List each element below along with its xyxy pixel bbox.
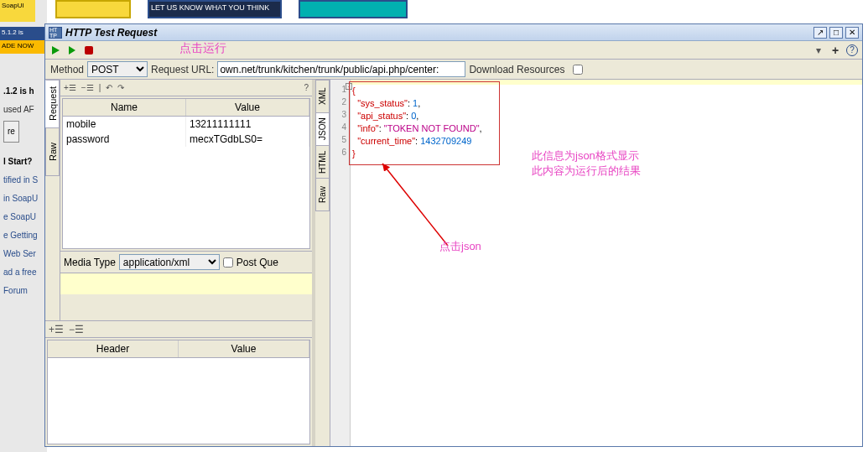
params-table[interactable]: Name Value mobile 13211111111 password m… — [62, 98, 310, 249]
top-thumbnails: LET US KNOW WHAT YOU THINK — [47, 0, 868, 22]
run-new-button[interactable] — [65, 44, 79, 57]
side-link[interactable]: in SoapU — [3, 190, 44, 208]
annotation-click-json: 点击json — [439, 239, 481, 254]
play-icon — [52, 46, 60, 55]
remove-header-button[interactable]: −☰ — [69, 324, 84, 335]
method-select[interactable]: POST — [87, 61, 148, 77]
thumbnail — [55, 0, 131, 18]
col-value-header: Value — [186, 99, 309, 116]
redo-button[interactable]: ↷ — [117, 83, 124, 92]
media-type-select[interactable]: application/xml — [119, 254, 220, 270]
start-heading: l Start? — [3, 153, 44, 171]
table-row[interactable]: password mecxTGdbLS0= — [63, 132, 309, 147]
help-icon: ? — [846, 44, 858, 56]
param-name: mobile — [63, 117, 186, 132]
main-toolbar: 点击运行 ▾ + ? — [45, 41, 862, 60]
thumbnail — [299, 0, 408, 18]
params-toolbar: +☰ −☰ | ↶ ↷ ? — [60, 80, 312, 96]
filter-button[interactable]: ▾ — [812, 44, 825, 57]
tab-json[interactable]: JSON — [315, 112, 330, 146]
body-editor[interactable] — [60, 273, 312, 294]
annotation-run: 点击运行 — [179, 41, 226, 56]
dialog-title: HTTP Test Request — [65, 27, 813, 39]
help-icon: ? — [304, 83, 309, 92]
method-label: Method — [50, 64, 84, 75]
download-resources-checkbox[interactable] — [573, 65, 583, 75]
download-label: Download Resources — [469, 64, 564, 75]
page-background: SoapUI 5.1.2 is ADE NOW .1.2 is h used A… — [0, 0, 47, 452]
media-type-row: Media Type application/xml Post Que — [60, 251, 312, 273]
tab-html[interactable]: HTML — [315, 145, 330, 179]
post-query-label: Post Que — [236, 257, 278, 268]
http-icon: HT TP — [49, 27, 62, 39]
json-code: { "sys_status": 1, "api_status": 0, "inf… — [352, 85, 482, 160]
url-bar: Method POST Request URL: Download Resour… — [45, 60, 862, 80]
table-row[interactable]: mobile 13211111111 — [63, 117, 309, 132]
request-url-input[interactable] — [217, 61, 465, 77]
fold-icon[interactable]: - — [346, 83, 352, 90]
headers-panel: +☰ −☰ Header Value — [45, 320, 312, 446]
response-panel: XML JSON HTML Raw 1 2 3 4 5 6 - { "s — [315, 80, 862, 446]
side-link[interactable]: e SoapU — [3, 208, 44, 226]
side-heading: .1.2 is h — [3, 82, 44, 101]
line-gutter: 1 2 3 4 5 6 — [330, 80, 351, 446]
stop-icon — [85, 46, 93, 55]
tab-raw-response[interactable]: Raw — [315, 178, 330, 211]
soapui-logo: SoapUI — [0, 0, 35, 22]
title-bar[interactable]: HT TP HTTP Test Request ↗ □ ✕ — [45, 24, 862, 41]
side-link[interactable]: ad a free — [3, 263, 44, 282]
undo-button[interactable]: ↶ — [106, 83, 112, 92]
annotation-info: 此信息为json格式显示 此内容为运行后的结果 — [532, 148, 641, 179]
http-request-dialog: HT TP HTTP Test Request ↗ □ ✕ 点击运行 ▾ + ?… — [44, 23, 863, 447]
request-panel: Request Raw +☰ −☰ | ↶ ↷ ? Name — [45, 80, 315, 446]
request-url-label: Request URL: — [151, 64, 214, 75]
param-value: 13211111111 — [186, 117, 309, 132]
run-button[interactable] — [49, 44, 62, 57]
param-name: password — [63, 132, 186, 147]
side-link[interactable]: e Getting — [3, 226, 44, 245]
play-icon — [69, 46, 75, 55]
window-maximize-button[interactable]: □ — [829, 27, 843, 39]
add-button[interactable]: + — [829, 44, 842, 57]
sep: | — [99, 83, 101, 92]
response-content[interactable]: 1 2 3 4 5 6 - { "sys_status": 1, "api_st… — [330, 80, 862, 446]
add-header-button[interactable]: +☰ — [49, 324, 64, 335]
params-help-button[interactable]: ? — [304, 83, 309, 92]
col-value-header: Value — [179, 340, 309, 357]
media-type-label: Media Type — [64, 257, 116, 268]
version-strip: 5.1.2 is — [0, 27, 47, 40]
window-restore-button[interactable]: ↗ — [813, 27, 827, 39]
tab-request[interactable]: Request — [45, 80, 60, 128]
headers-table[interactable]: Header Value — [47, 340, 310, 444]
side-link[interactable]: tified in S — [3, 171, 44, 190]
thumbnail: LET US KNOW WHAT YOU THINK — [148, 0, 282, 18]
param-value: mecxTGdbLS0= — [186, 132, 309, 147]
tab-raw[interactable]: Raw — [45, 127, 60, 176]
re-button[interactable]: re — [3, 121, 19, 143]
stop-button[interactable] — [82, 44, 96, 57]
add-param-button[interactable]: +☰ — [64, 83, 76, 92]
svg-line-0 — [382, 164, 448, 246]
tab-xml[interactable]: XML — [315, 80, 330, 113]
col-header-header: Header — [48, 340, 179, 357]
window-close-button[interactable]: ✕ — [845, 27, 859, 39]
help-button[interactable]: ? — [845, 44, 859, 57]
side-links: .1.2 is h used AF re l Start? tified in … — [0, 79, 47, 304]
side-link[interactable]: Forum — [3, 282, 44, 300]
post-querystring-checkbox[interactable] — [223, 257, 233, 268]
remove-param-button[interactable]: −☰ — [81, 83, 94, 92]
side-link[interactable]: Web Ser — [3, 245, 44, 263]
col-name-header: Name — [63, 99, 186, 116]
ade-strip: ADE NOW — [0, 40, 47, 54]
